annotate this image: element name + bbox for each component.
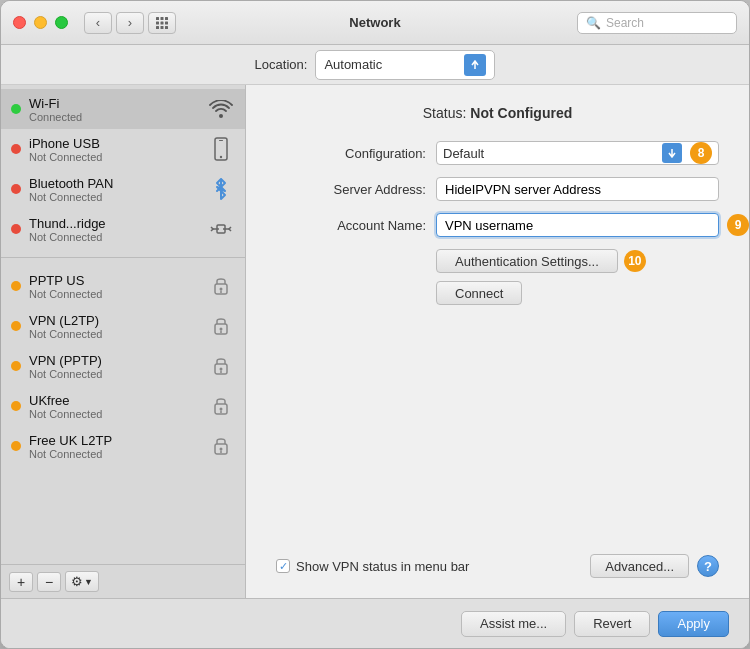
network-name-ukfree: UKfree	[29, 393, 199, 408]
status-dot-wifi	[11, 104, 21, 114]
status-dot-free-uk-l2tp	[11, 441, 21, 451]
nav-buttons: ‹ ›	[84, 12, 144, 34]
svg-point-16	[220, 328, 223, 331]
close-button[interactable]	[13, 16, 26, 29]
detail-panel: Status: Not Configured Configuration: De…	[246, 85, 749, 598]
network-info-vpn-pptp: VPN (PPTP) Not Connected	[29, 353, 199, 380]
forward-button[interactable]: ›	[116, 12, 144, 34]
auth-btn-row: Authentication Settings... 10	[436, 249, 646, 273]
network-item-bluetooth-pan[interactable]: Bluetooth PAN Not Connected	[1, 169, 245, 209]
network-item-thunderridge[interactable]: Thund...ridge Not Connected	[1, 209, 245, 249]
network-status-bluetooth: Not Connected	[29, 191, 199, 203]
location-select[interactable]: Automatic	[315, 50, 495, 80]
svg-rect-0	[156, 17, 159, 20]
badge-9: 9	[727, 214, 749, 236]
svg-point-11	[220, 156, 222, 158]
status-dot-ukfree	[11, 401, 21, 411]
network-status-ukfree: Not Connected	[29, 408, 199, 420]
traffic-lights	[13, 16, 68, 29]
config-label: Configuration:	[276, 146, 426, 161]
revert-button[interactable]: Revert	[574, 611, 650, 637]
config-select[interactable]: Default 8	[436, 141, 719, 165]
location-arrow-icon	[464, 54, 486, 76]
account-field-wrapper: 9	[436, 213, 719, 237]
minimize-button[interactable]	[34, 16, 47, 29]
status-dot-bluetooth	[11, 184, 21, 194]
svg-point-20	[220, 408, 223, 411]
remove-network-button[interactable]: −	[37, 572, 61, 592]
network-name-wifi: Wi-Fi	[29, 96, 199, 111]
network-status-pptp-us: Not Connected	[29, 288, 199, 300]
vpn-icon-free-uk-l2tp	[207, 432, 235, 460]
network-info-vpn-l2tp: VPN (L2TP) Not Connected	[29, 313, 199, 340]
titlebar: ‹ › Network 🔍	[1, 1, 749, 45]
search-box[interactable]: 🔍	[577, 12, 737, 34]
gear-menu-button[interactable]: ⚙ ▼	[65, 571, 99, 592]
network-status-vpn-l2tp: Not Connected	[29, 328, 199, 340]
show-vpn-checkbox[interactable]: ✓	[276, 559, 290, 573]
network-name-thunderridge: Thund...ridge	[29, 216, 199, 231]
location-label: Location:	[255, 57, 308, 72]
network-status-vpn-pptp: Not Connected	[29, 368, 199, 380]
status-dot-thunderridge	[11, 224, 21, 234]
network-name-vpn-pptp: VPN (PPTP)	[29, 353, 199, 368]
svg-rect-4	[161, 21, 164, 24]
config-row: Configuration: Default 8	[276, 141, 719, 165]
network-info-wifi: Wi-Fi Connected	[29, 96, 199, 123]
network-window: ‹ › Network 🔍 Location: Automat	[0, 0, 750, 649]
footer-bar: Assist me... Revert Apply	[1, 598, 749, 648]
network-item-vpn-pptp[interactable]: VPN (PPTP) Not Connected	[1, 346, 245, 386]
network-info-pptp-us: PPTP US Not Connected	[29, 273, 199, 300]
search-icon: 🔍	[586, 16, 601, 30]
right-buttons: Advanced... ?	[590, 554, 719, 578]
server-label: Server Address:	[276, 182, 426, 197]
back-button[interactable]: ‹	[84, 12, 112, 34]
network-item-ukfree[interactable]: UKfree Not Connected	[1, 386, 245, 426]
location-value: Automatic	[324, 57, 460, 72]
svg-rect-7	[161, 26, 164, 29]
server-row: Server Address:	[276, 177, 719, 201]
vpn-icon-pptp-us	[207, 272, 235, 300]
server-input[interactable]	[436, 177, 719, 201]
advanced-button[interactable]: Advanced...	[590, 554, 689, 578]
apply-button[interactable]: Apply	[658, 611, 729, 637]
network-info-free-uk-l2tp: Free UK L2TP Not Connected	[29, 433, 199, 460]
main-content: Wi-Fi Connected	[1, 85, 749, 598]
status-label: Status:	[423, 105, 467, 121]
maximize-button[interactable]	[55, 16, 68, 29]
network-info-ukfree: UKfree Not Connected	[29, 393, 199, 420]
wifi-icon	[207, 95, 235, 123]
network-name-pptp-us: PPTP US	[29, 273, 199, 288]
assist-me-button[interactable]: Assist me...	[461, 611, 566, 637]
help-button[interactable]: ?	[697, 555, 719, 577]
network-item-free-uk-l2tp[interactable]: Free UK L2TP Not Connected	[1, 426, 245, 466]
network-item-wifi[interactable]: Wi-Fi Connected	[1, 89, 245, 129]
show-vpn-row: ✓ Show VPN status in menu bar	[276, 559, 469, 574]
grid-button[interactable]	[148, 12, 176, 34]
network-info-bluetooth: Bluetooth PAN Not Connected	[29, 176, 199, 203]
gear-dropdown-arrow: ▼	[84, 577, 93, 587]
network-item-iphone-usb[interactable]: iPhone USB Not Connected	[1, 129, 245, 169]
account-label: Account Name:	[276, 218, 426, 233]
svg-rect-6	[156, 26, 159, 29]
location-bar: Location: Automatic	[1, 45, 749, 85]
vpn-icon-ukfree	[207, 392, 235, 420]
network-item-pptp-us[interactable]: PPTP US Not Connected	[1, 266, 245, 306]
search-input[interactable]	[606, 16, 728, 30]
vpn-icon-l2tp	[207, 312, 235, 340]
account-input[interactable]	[436, 213, 719, 237]
network-status-thunderridge: Not Connected	[29, 231, 199, 243]
vpn-icon-pptp	[207, 352, 235, 380]
network-name-bluetooth: Bluetooth PAN	[29, 176, 199, 191]
add-network-button[interactable]: +	[9, 572, 33, 592]
network-name-iphone-usb: iPhone USB	[29, 136, 199, 151]
auth-settings-button[interactable]: Authentication Settings...	[436, 249, 618, 273]
bottom-options: ✓ Show VPN status in menu bar Advanced..…	[276, 538, 719, 578]
connect-button[interactable]: Connect	[436, 281, 522, 305]
svg-point-14	[220, 288, 223, 291]
sidebar: Wi-Fi Connected	[1, 85, 246, 598]
svg-rect-5	[165, 21, 168, 24]
network-item-vpn-l2tp[interactable]: VPN (L2TP) Not Connected	[1, 306, 245, 346]
window-title: Network	[349, 15, 400, 30]
status-dot-pptp-us	[11, 281, 21, 291]
